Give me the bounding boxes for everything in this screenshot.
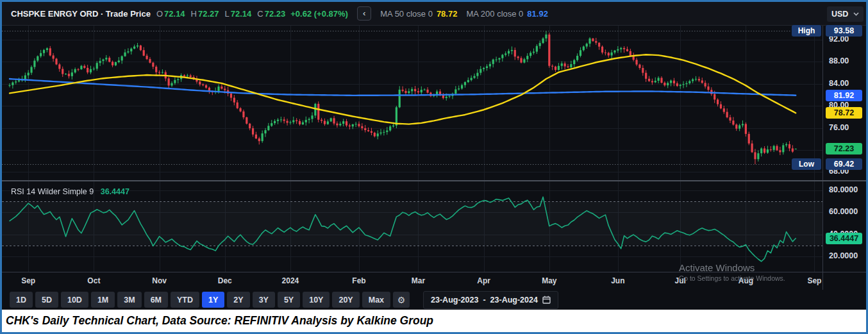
month-label-jul: Jul [675,276,686,285]
range-button-5d[interactable]: 5D [35,292,58,308]
price-axis-tick: 88.00 [829,56,849,65]
open-label: O [156,9,163,19]
range-button-1d[interactable]: 1D [10,292,33,308]
price-scale-column[interactable]: 92.0088.0084.0080.0076.0068.0080.000060.… [822,26,866,290]
price-badge-ma50: 78.72 [826,107,862,119]
price-badge-low: 69.42 [826,158,862,170]
rsi-axis-tick: 80.0000 [829,185,858,194]
month-label-dec: Dec [218,276,232,285]
time-axis[interactable]: SepOctNovDec2024FebMarAprMayJunJulAugSep [2,272,866,290]
month-label-jun: Jun [611,276,624,285]
rsi-axis-tick: 20.0000 [829,251,858,260]
price-badge-last: 72.23 [826,143,862,154]
change-value: +0.62 (+0.87%) [290,9,348,19]
price-badge-ma200: 81.92 [826,90,862,101]
range-button-10y[interactable]: 10Y [303,292,330,308]
ma50-legend-label: MA 50 close 0 [380,9,433,19]
close-value: 72.23 [265,9,286,19]
calendar-icon [542,296,551,304]
chevron-down-icon [853,12,859,16]
range-button-1y[interactable]: 1Y [202,292,224,308]
price-rsi-chart-canvas[interactable] [2,26,822,272]
range-button-5y[interactable]: 5Y [278,292,300,308]
timeframe-toolbar: 1D5D10D1M3M6MYTD1Y2Y3Y5Y10Y20YMax⚙23-Aug… [2,290,866,310]
month-label-apr: Apr [477,276,490,285]
date-range-picker[interactable]: 23-Aug-2023-23-Aug-2024 [423,291,558,309]
ma200-legend-label: MA 200 close 0 [466,9,523,19]
rsi-axis-tick: 60.0000 [829,207,858,216]
high-tag: High [792,25,821,37]
screenshot-frame: CHSPKE ENRGY ORD · Trade Price O 72.14 H… [0,0,868,334]
month-label-feb: Feb [352,276,365,285]
range-button-max[interactable]: Max [362,292,390,308]
instrument-title: CHSPKE ENRGY ORD · Trade Price [11,9,151,19]
price-badge-high: 93.58 [826,25,862,37]
ma200-legend-value: 81.92 [527,9,548,19]
range-button-ytd[interactable]: YTD [171,292,199,308]
range-button-2y[interactable]: 2Y [227,292,249,308]
date-separator: - [483,296,485,305]
price-axis-tick: 76.00 [829,123,849,132]
rsi-legend: RSI 14 Wilder Simple 9 36.4447 [11,187,129,196]
low-value: 72.14 [231,9,252,19]
month-label-may: May [542,276,556,285]
chart-app: CHSPKE ENRGY ORD · Trade Price O 72.14 H… [2,2,866,310]
month-label-sep: Sep [21,276,35,285]
price-axis-tick: 84.00 [829,79,849,88]
panel-splitter[interactable] [2,180,866,181]
rsi-legend-value: 36.4447 [101,187,129,196]
range-button-1m[interactable]: 1M [91,292,115,308]
chart-settings-button[interactable]: ⚙ [393,292,410,308]
high-label: H [191,9,197,19]
range-button-10d[interactable]: 10D [61,292,88,308]
collapse-legend-button[interactable]: ‹ [357,6,371,21]
currency-selector[interactable]: USD [827,6,864,22]
month-label-sep: Sep [807,276,821,285]
close-label: C [257,9,263,19]
rsi-legend-label: RSI 14 Wilder Simple 9 [11,187,94,196]
month-label-mar: Mar [412,276,425,285]
date-from: 23-Aug-2023 [431,296,478,305]
chart-caption: CHK's Daily Technical Chart, Data Source… [2,310,866,332]
low-tag: Low [792,158,821,170]
range-button-20y[interactable]: 20Y [332,292,359,308]
range-button-3m[interactable]: 3M [117,292,141,308]
high-value: 72.27 [198,9,219,19]
month-label-nov: Nov [152,276,167,285]
date-to: 23-Aug-2024 [490,296,538,305]
range-button-3y[interactable]: 3Y [253,292,275,308]
month-label-2024: 2024 [282,276,299,285]
low-label: L [225,9,230,19]
ma50-legend-value: 78.72 [437,9,458,19]
open-value: 72.14 [164,9,185,19]
caption-text: CHK's Daily Technical Chart, Data Source… [6,314,433,328]
month-label-oct: Oct [87,276,100,285]
currency-label: USD [831,10,848,19]
chart-header: CHSPKE ENRGY ORD · Trade Price O 72.14 H… [2,2,866,26]
month-label-aug: Aug [739,276,753,285]
rsi-value-badge: 36.4447 [826,233,862,244]
range-button-6m[interactable]: 6M [144,292,168,308]
